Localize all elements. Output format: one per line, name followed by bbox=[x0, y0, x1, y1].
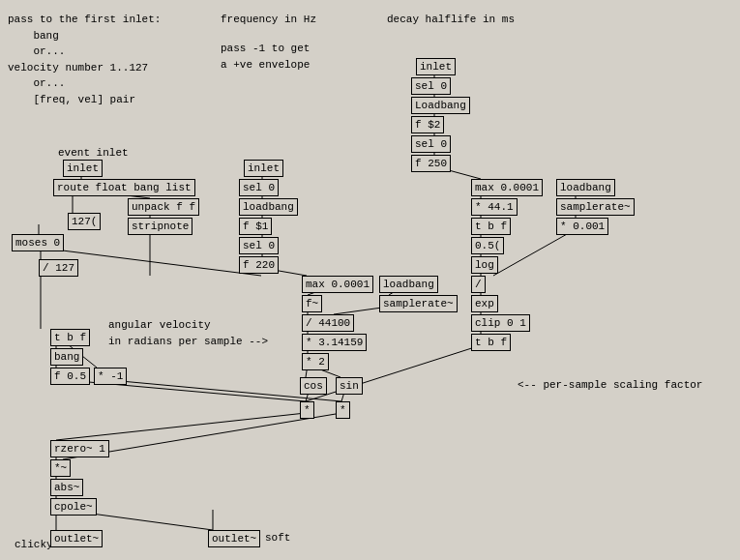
tbf3[interactable]: t b f bbox=[471, 334, 511, 351]
loadbang-decay[interactable]: Loadbang bbox=[411, 97, 470, 114]
127-const[interactable]: 127( bbox=[68, 213, 101, 230]
f-dollar1[interactable]: f $1 bbox=[239, 218, 272, 235]
f-dollar2[interactable]: f $2 bbox=[411, 116, 444, 133]
log-box[interactable]: log bbox=[471, 256, 498, 274]
bang1[interactable]: bang bbox=[50, 348, 83, 366]
comment-pass-inlet: pass to the first inlet: bang or... velo… bbox=[8, 12, 161, 107]
cpole-tilde[interactable]: cpole~ bbox=[50, 498, 97, 516]
rzero-tilde[interactable]: rzero~ 1 bbox=[50, 440, 109, 457]
comment-freq-hz: frequency in Hz bbox=[221, 12, 316, 28]
mult1[interactable]: * bbox=[300, 401, 314, 419]
f05-const[interactable]: 0.5( bbox=[471, 237, 504, 254]
f220[interactable]: f 220 bbox=[239, 256, 279, 274]
f250[interactable]: f 250 bbox=[411, 155, 451, 172]
route-float-bang[interactable]: route float bang list bbox=[53, 179, 195, 196]
sin-box[interactable]: sin bbox=[336, 377, 363, 395]
comment-angular-vel: angular velocity in radians per sample -… bbox=[108, 317, 268, 349]
tbf2[interactable]: t b f bbox=[471, 218, 511, 235]
comment-decay: decay halflife in ms bbox=[387, 12, 515, 28]
comment-pass-neg1: pass -1 to get a +ve envelope bbox=[221, 41, 310, 73]
svg-line-48 bbox=[306, 345, 481, 401]
unpack-ff[interactable]: unpack f f bbox=[128, 198, 199, 216]
inlet-event[interactable]: inlet bbox=[63, 160, 103, 177]
sel0-decay[interactable]: sel 0 bbox=[411, 77, 451, 95]
abs-tilde[interactable]: abs~ bbox=[50, 479, 83, 496]
moses-0[interactable]: moses 0 bbox=[12, 234, 64, 251]
f-tilde[interactable]: f~ bbox=[302, 295, 322, 312]
sel0-freq[interactable]: sel 0 bbox=[239, 179, 279, 196]
comment-clicky: clicky bbox=[15, 537, 53, 553]
inlet-decay[interactable]: inlet bbox=[416, 58, 456, 75]
mult-tilde[interactable]: *~ bbox=[50, 459, 71, 477]
loadbang-freq[interactable]: loadbang bbox=[239, 198, 298, 216]
inlet-freq[interactable]: inlet bbox=[244, 160, 283, 177]
div-box[interactable]: / bbox=[471, 276, 486, 293]
svg-line-53 bbox=[56, 413, 306, 440]
div-127[interactable]: / 127 bbox=[39, 259, 78, 277]
mult2[interactable]: * bbox=[336, 401, 350, 419]
stripnote[interactable]: stripnote bbox=[128, 218, 192, 235]
svg-line-51 bbox=[493, 229, 576, 276]
cos-box[interactable]: cos bbox=[300, 377, 327, 395]
soft-label: soft bbox=[262, 530, 293, 545]
f05[interactable]: f 0.5 bbox=[50, 368, 90, 385]
loadbang-right[interactable]: loadbang bbox=[556, 179, 615, 196]
times-neg1[interactable]: * -1 bbox=[94, 368, 127, 385]
samplerate-tilde1[interactable]: samplerate~ bbox=[379, 295, 458, 312]
outlet2-tilde[interactable]: outlet~ bbox=[208, 530, 260, 547]
outlet1-tilde[interactable]: outlet~ bbox=[50, 530, 103, 547]
times-2[interactable]: * 2 bbox=[302, 353, 329, 370]
comment-per-sample: <-- per-sample scaling factor bbox=[518, 377, 702, 394]
sel0-decay2[interactable]: sel 0 bbox=[411, 135, 451, 153]
exp-box[interactable]: exp bbox=[471, 295, 498, 312]
patch-area: pass to the first inlet: bang or... velo… bbox=[0, 0, 740, 560]
max-0001[interactable]: max 0.0001 bbox=[302, 276, 373, 293]
max-0001-decay[interactable]: max 0.0001 bbox=[471, 179, 543, 196]
clip-01[interactable]: clip 0 1 bbox=[471, 314, 530, 332]
samplerate-tilde2[interactable]: samplerate~ bbox=[556, 198, 635, 216]
times-441[interactable]: * 44.1 bbox=[471, 198, 518, 216]
sel0-freq2[interactable]: sel 0 bbox=[239, 237, 279, 254]
times-pi[interactable]: * 3.14159 bbox=[302, 334, 367, 351]
tbf1[interactable]: t b f bbox=[50, 329, 90, 346]
times-001[interactable]: * 0.001 bbox=[556, 218, 608, 235]
loadbang-center[interactable]: loadbang bbox=[379, 276, 438, 293]
div-44100[interactable]: / 44100 bbox=[302, 314, 354, 332]
